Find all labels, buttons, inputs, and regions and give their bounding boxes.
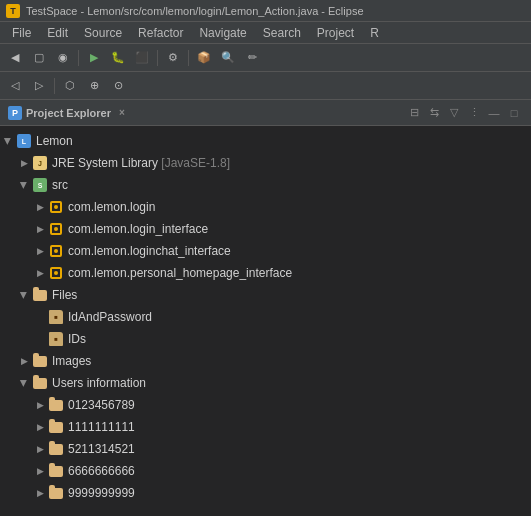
tree-item-src[interactable]: ▶ S src xyxy=(0,174,531,196)
folder-icon-user1 xyxy=(49,400,63,411)
icon-pkg3 xyxy=(48,243,64,259)
arrow-pkg3: ▶ xyxy=(32,246,48,256)
label-images: Images xyxy=(52,354,91,368)
label-ids: IDs xyxy=(68,332,86,346)
package-icon-4 xyxy=(49,266,63,280)
tree-item-user5[interactable]: ▶ 9999999999 xyxy=(0,482,531,504)
package-dot-4 xyxy=(54,271,58,275)
toolbar-btn-6[interactable]: 📦 xyxy=(193,47,215,69)
label-files: Files xyxy=(52,288,77,302)
tree-item-user1[interactable]: ▶ 0123456789 xyxy=(0,394,531,416)
explorer-panel: P Project Explorer × ⊟ ⇆ ▽ ⋮ — □ ▶ L Lem… xyxy=(0,100,531,516)
arrow-pkg1: ▶ xyxy=(32,202,48,212)
explorer-minimize-btn[interactable]: — xyxy=(485,104,503,122)
arrow-user3: ▶ xyxy=(32,444,48,454)
menu-item-r[interactable]: R xyxy=(362,22,387,43)
tree-item-idpwd[interactable]: ▶ ■ IdAndPassword xyxy=(0,306,531,328)
toolbar-btn-7[interactable]: 🔍 xyxy=(217,47,239,69)
label-pkg4: com.lemon.personal_homepage_interface xyxy=(68,266,292,280)
menu-item-file[interactable]: File xyxy=(4,22,39,43)
tree-item-files[interactable]: ▶ Files xyxy=(0,284,531,306)
folder-icon-user2 xyxy=(49,422,63,433)
arrow-user1: ▶ xyxy=(32,400,48,410)
tree-item-images[interactable]: ▶ Images xyxy=(0,350,531,372)
toolbar-btn-3[interactable]: ◉ xyxy=(52,47,74,69)
toolbar2-btn-2[interactable]: ▷ xyxy=(28,75,50,97)
menu-item-edit[interactable]: Edit xyxy=(39,22,76,43)
toolbar2-btn-3[interactable]: ⬡ xyxy=(59,75,81,97)
package-inner-2 xyxy=(50,223,62,235)
label-jre: JRE System Library [JavaSE-1.8] xyxy=(52,156,230,170)
arrow-users: ▶ xyxy=(19,375,29,391)
toolbar2-btn-1[interactable]: ◁ xyxy=(4,75,26,97)
tree-item-user3[interactable]: ▶ 5211314521 xyxy=(0,438,531,460)
src-icon: S xyxy=(33,178,47,192)
toolbar2-btn-5[interactable]: ⊙ xyxy=(107,75,129,97)
project-icon: L xyxy=(17,134,31,148)
label-user2: 1111111111 xyxy=(68,420,135,434)
label-pkg2: com.lemon.login_interface xyxy=(68,222,208,236)
app-icon: T xyxy=(6,4,20,18)
arrow-user4: ▶ xyxy=(32,466,48,476)
icon-files xyxy=(32,287,48,303)
toolbar-btn-4[interactable]: ⬛ xyxy=(131,47,153,69)
package-inner-3 xyxy=(50,245,62,257)
explorer-collapse-btn[interactable]: ⊟ xyxy=(405,104,423,122)
tree-item-pkg1[interactable]: ▶ com.lemon.login xyxy=(0,196,531,218)
explorer-link-btn[interactable]: ⇆ xyxy=(425,104,443,122)
toolbar-sep-1 xyxy=(78,50,79,66)
folder-icon-images xyxy=(33,356,47,367)
explorer-title: P Project Explorer × xyxy=(8,106,125,120)
explorer-menu-btn[interactable]: ⋮ xyxy=(465,104,483,122)
package-icon-1 xyxy=(49,200,63,214)
debug-button[interactable]: 🐛 xyxy=(107,47,129,69)
title-bar: T TestSpace - Lemon/src/com/lemon/login/… xyxy=(0,0,531,22)
menu-item-search[interactable]: Search xyxy=(255,22,309,43)
arrow-user5: ▶ xyxy=(32,488,48,498)
label-pkg3: com.lemon.loginchat_interface xyxy=(68,244,231,258)
project-tree[interactable]: ▶ L Lemon ▶ J JRE System Library [JavaSE… xyxy=(0,126,531,516)
icon-ids: ■ xyxy=(48,331,64,347)
toolbar-btn-1[interactable]: ◀ xyxy=(4,47,26,69)
icon-user1 xyxy=(48,397,64,413)
menu-item-navigate[interactable]: Navigate xyxy=(191,22,254,43)
icon-user3 xyxy=(48,441,64,457)
toolbar-sep-3 xyxy=(188,50,189,66)
package-inner-4 xyxy=(50,267,62,279)
tree-item-jre[interactable]: ▶ J JRE System Library [JavaSE-1.8] xyxy=(0,152,531,174)
tree-item-lemon[interactable]: ▶ L Lemon xyxy=(0,130,531,152)
label-user3: 5211314521 xyxy=(68,442,135,456)
toolbar-btn-5[interactable]: ⚙ xyxy=(162,47,184,69)
icon-user2 xyxy=(48,419,64,435)
tree-item-user4[interactable]: ▶ 6666666666 xyxy=(0,460,531,482)
arrow-pkg4: ▶ xyxy=(32,268,48,278)
label-src: src xyxy=(52,178,68,192)
label-lemon: Lemon xyxy=(36,134,73,148)
menu-item-project[interactable]: Project xyxy=(309,22,362,43)
arrow-pkg2: ▶ xyxy=(32,224,48,234)
toolbar2-btn-4[interactable]: ⊕ xyxy=(83,75,105,97)
arrow-src: ▶ xyxy=(19,177,29,193)
icon-images xyxy=(32,353,48,369)
explorer-maximize-btn[interactable]: □ xyxy=(505,104,523,122)
tree-item-pkg2[interactable]: ▶ com.lemon.login_interface xyxy=(0,218,531,240)
tree-item-pkg4[interactable]: ▶ com.lemon.personal_homepage_interface xyxy=(0,262,531,284)
tree-item-users[interactable]: ▶ Users information xyxy=(0,372,531,394)
label-user1: 0123456789 xyxy=(68,398,135,412)
package-icon-3 xyxy=(49,244,63,258)
tree-item-pkg3[interactable]: ▶ com.lemon.loginchat_interface xyxy=(0,240,531,262)
menu-item-refactor[interactable]: Refactor xyxy=(130,22,191,43)
explorer-close-icon[interactable]: × xyxy=(119,107,125,118)
folder-icon-users xyxy=(33,378,47,389)
toolbar-btn-2[interactable]: ▢ xyxy=(28,47,50,69)
toolbar-btn-8[interactable]: ✏ xyxy=(241,47,263,69)
run-button[interactable]: ▶ xyxy=(83,47,105,69)
explorer-filter-btn[interactable]: ▽ xyxy=(445,104,463,122)
title-bar-text: TestSpace - Lemon/src/com/lemon/login/Le… xyxy=(26,5,364,17)
package-icon-2 xyxy=(49,222,63,236)
menu-item-source[interactable]: Source xyxy=(76,22,130,43)
tree-item-ids[interactable]: ▶ ■ IDs xyxy=(0,328,531,350)
label-user5: 9999999999 xyxy=(68,486,135,500)
tree-item-user2[interactable]: ▶ 1111111111 xyxy=(0,416,531,438)
icon-src: S xyxy=(32,177,48,193)
